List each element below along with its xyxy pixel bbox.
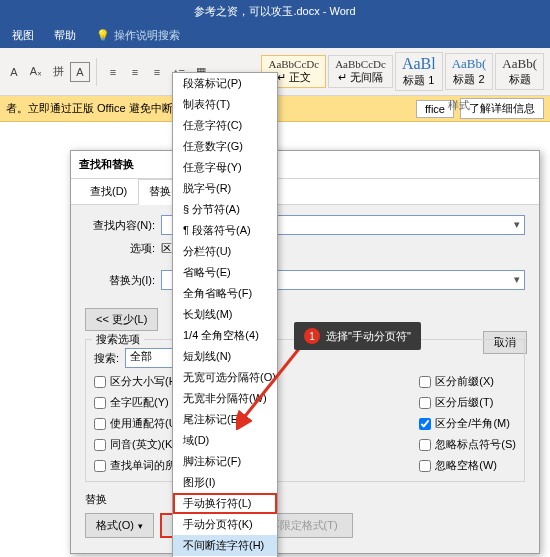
mi-nonbreaking-hyphen[interactable]: 不间断连字符(H) bbox=[173, 535, 277, 556]
ribbon-tabs: 视图 帮助 💡 操作说明搜索 bbox=[0, 22, 550, 48]
mi-any-letter[interactable]: 任意字母(Y) bbox=[173, 157, 277, 178]
dialog-title: 查找和替换 bbox=[71, 151, 539, 179]
special-chars-menu: 段落标记(P) 制表符(T) 任意字符(C) 任意数字(G) 任意字母(Y) 脱… bbox=[172, 72, 278, 557]
search-direction-label: 搜索: bbox=[94, 351, 119, 366]
mi-quarter-em[interactable]: 1/4 全角空格(4) bbox=[173, 325, 277, 346]
char-border-icon[interactable]: A bbox=[70, 62, 90, 82]
find-what-label: 查找内容(N): bbox=[85, 218, 155, 233]
mi-en-dash[interactable]: 短划线(N) bbox=[173, 346, 277, 367]
style-heading1[interactable]: AaBl标题 1 bbox=[395, 52, 443, 91]
style-heading2[interactable]: AaBb(标题 2 bbox=[445, 53, 494, 90]
chk-fullhalf[interactable]: 区分全/半角(M) bbox=[419, 416, 516, 431]
tab-find[interactable]: 查找(D) bbox=[79, 179, 138, 204]
mi-graphic[interactable]: 图形(I) bbox=[173, 472, 277, 493]
mi-ellipsis[interactable]: 省略号(E) bbox=[173, 262, 277, 283]
mi-tab-char[interactable]: 制表符(T) bbox=[173, 94, 277, 115]
format-button[interactable]: 格式(O) bbox=[85, 513, 154, 538]
mi-any-digit[interactable]: 任意数字(G) bbox=[173, 136, 277, 157]
replace-section-label: 替换 bbox=[85, 492, 525, 507]
tab-help[interactable]: 帮助 bbox=[44, 25, 86, 46]
search-options-label: 搜索选项 bbox=[92, 332, 144, 347]
style-no-spacing[interactable]: AaBbCcDc↵ 无间隔 bbox=[328, 55, 393, 88]
mi-column-break[interactable]: 分栏符(U) bbox=[173, 241, 277, 262]
align-left-icon[interactable]: ≡ bbox=[103, 62, 123, 82]
phonetic-icon[interactable]: 拼 bbox=[48, 62, 68, 82]
mi-paragraph-char[interactable]: ¶ 段落符号(A) bbox=[173, 220, 277, 241]
clear-format-icon[interactable]: Aₓ bbox=[26, 62, 46, 82]
tell-me-label: 操作说明搜索 bbox=[114, 28, 180, 43]
mi-manual-page-break[interactable]: 手动分页符(K) bbox=[173, 514, 277, 535]
chk-ignore-space[interactable]: 忽略空格(W) bbox=[419, 458, 516, 473]
replace-with-label: 替换为(I): bbox=[85, 273, 155, 288]
mi-optional-break[interactable]: 无宽可选分隔符(O) bbox=[173, 367, 277, 388]
mi-field[interactable]: 域(D) bbox=[173, 430, 277, 451]
chk-prefix[interactable]: 区分前缀(X) bbox=[419, 374, 516, 389]
chk-ignore-punct[interactable]: 忽略标点符号(S) bbox=[419, 437, 516, 452]
mi-manual-line-break[interactable]: 手动换行符(L) bbox=[173, 493, 277, 514]
banner-text: 者。立即通过正版 Office 避免中断并使 bbox=[6, 101, 195, 116]
mi-full-ellipsis[interactable]: 全角省略号(F) bbox=[173, 283, 277, 304]
options-label: 选项: bbox=[85, 241, 155, 256]
bulb-icon: 💡 bbox=[96, 29, 110, 42]
title-bar: 参考之资，可以攻玉.docx - Word bbox=[0, 0, 550, 22]
mi-footnote-mark[interactable]: 脚注标记(F) bbox=[173, 451, 277, 472]
banner-learn-more-button[interactable]: 了解详细信息 bbox=[460, 98, 544, 119]
mi-caret[interactable]: 脱字号(R) bbox=[173, 178, 277, 199]
tab-view[interactable]: 视图 bbox=[2, 25, 44, 46]
align-center-icon[interactable]: ≡ bbox=[125, 62, 145, 82]
chk-suffix[interactable]: 区分后缀(T) bbox=[419, 395, 516, 410]
styles-group-label: 样式 bbox=[448, 98, 470, 113]
style-gallery: AaBbCcDc↵ 正文 AaBbCcDc↵ 无间隔 AaBl标题 1 AaBb… bbox=[255, 48, 550, 95]
find-replace-dialog: 查找和替换 查找(D) 替换(P) 定位(G) 查找内容(N): 选项: 区分 … bbox=[70, 150, 540, 554]
less-button[interactable]: << 更少(L) bbox=[85, 308, 158, 331]
mi-any-char[interactable]: 任意字符(C) bbox=[173, 115, 277, 136]
annotation-callout: 1 选择"手动分页符" bbox=[294, 322, 421, 350]
callout-number: 1 bbox=[304, 328, 320, 344]
mi-no-width-nonbreak[interactable]: 无宽非分隔符(W) bbox=[173, 388, 277, 409]
font-smaller-icon[interactable]: A bbox=[4, 62, 24, 82]
mi-endnote-mark[interactable]: 尾注标记(E) bbox=[173, 409, 277, 430]
mi-em-dash[interactable]: 长划线(M) bbox=[173, 304, 277, 325]
align-right-icon[interactable]: ≡ bbox=[147, 62, 167, 82]
search-options-group: 搜索选项 搜索: 全部 区分大小写(H) 全字匹配(Y) 使用通配符(U) 同音… bbox=[85, 339, 525, 482]
callout-text: 选择"手动分页符" bbox=[326, 329, 411, 344]
mi-section-break-char[interactable]: § 分节符(A) bbox=[173, 199, 277, 220]
tell-me-search[interactable]: 💡 操作说明搜索 bbox=[96, 28, 180, 43]
dialog-tabs: 查找(D) 替换(P) 定位(G) bbox=[71, 179, 539, 205]
checks-right-col: 区分前缀(X) 区分后缀(T) 区分全/半角(M) 忽略标点符号(S) 忽略空格… bbox=[419, 374, 516, 473]
mi-paragraph-mark[interactable]: 段落标记(P) bbox=[173, 73, 277, 94]
style-title[interactable]: AaBb(标题 bbox=[495, 53, 544, 90]
